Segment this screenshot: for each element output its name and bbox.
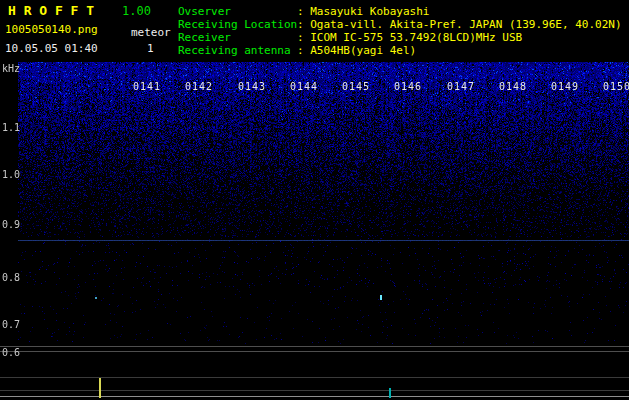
info-row-antenna: Receiving antenna: A504HB(yagi 4el) [178,44,622,57]
info-value: : A504HB(yagi 4el) [297,44,416,57]
hrofft-screen: H R O F F T 1.00 1005050140.png meteor 1… [0,0,629,400]
info-label: Receiver [178,31,297,44]
info-label: Receiving antenna [178,44,297,57]
freq-tick-label: 0.8 [2,273,20,283]
time-tick-label: 0141 [133,82,161,92]
time-tick-label: 0149 [551,82,579,92]
freq-tick-label: 0.7 [2,320,20,330]
freq-axis-unit: kHz [2,64,20,74]
info-value: : Masayuki Kobayashi [297,5,429,18]
station-info: Ovserver: Masayuki Kobayashi Receiving L… [178,5,622,57]
level-strip [0,344,629,400]
info-row-receiver: Receiver: ICOM IC-575 53.7492(8LCD)MHz U… [178,31,622,44]
time-tick-label: 0144 [290,82,318,92]
output-filename: 1005050140.png [5,23,98,36]
grid-line [0,351,629,352]
info-label: Receiving Location [178,18,297,31]
time-tick-label: 0146 [394,82,422,92]
freq-tick-label: 0.6 [2,348,20,358]
grid-line [0,346,629,347]
info-label: Ovserver [178,5,297,18]
app-version: 1.00 [122,4,151,18]
observation-datetime: 10.05.05 01:40 [5,42,98,55]
freq-tick-label: 1.1 [2,123,20,133]
spectrogram-canvas [0,62,629,344]
meteor-time-mark [99,378,101,398]
app-title: H R O F F T [8,3,94,18]
time-tick-label: 0143 [238,82,266,92]
time-tick-label: 0147 [447,82,475,92]
grid-line [0,390,629,391]
grid-line [0,377,629,378]
mode-label: meteor [131,26,171,39]
freq-tick-label: 0.9 [2,220,20,230]
freq-tick-label: 1.0 [2,170,20,180]
header: H R O F F T 1.00 1005050140.png meteor 1… [0,0,629,62]
echo-time-mark [389,388,391,398]
time-tick-label: 0150 [603,82,629,92]
time-tick-label: 0142 [185,82,213,92]
time-tick-label: 0145 [342,82,370,92]
info-value: : Ogata-vill. Akita-Pref. JAPAN (139.96E… [297,18,622,31]
time-tick-label: 0148 [499,82,527,92]
meteor-count: 1 [147,42,154,55]
signal-baseline [0,396,629,397]
info-row-observer: Ovserver: Masayuki Kobayashi [178,5,622,18]
info-row-location: Receiving Location: Ogata-vill. Akita-Pr… [178,18,622,31]
info-value: : ICOM IC-575 53.7492(8LCD)MHz USB [297,31,522,44]
